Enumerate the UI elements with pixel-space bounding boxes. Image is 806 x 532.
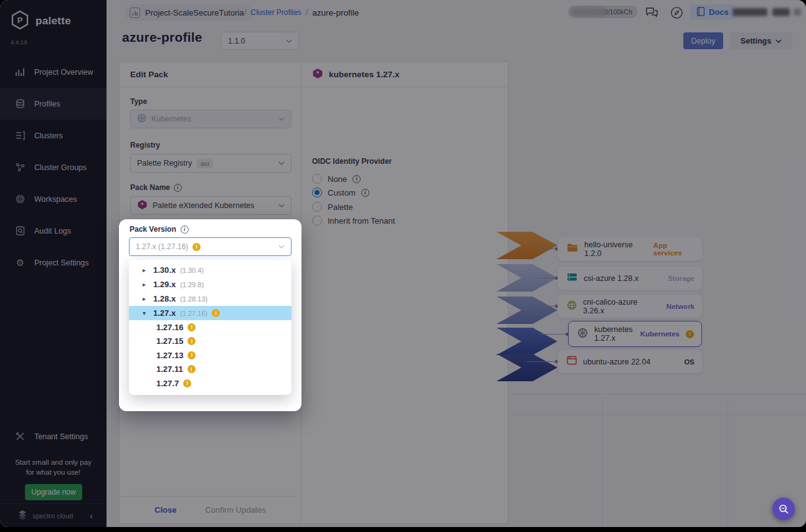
warning-icon: ! bbox=[187, 323, 196, 331]
version-sub: (1.27.16) bbox=[180, 310, 207, 317]
version-option-1-27-7[interactable]: 1.27.7 ! bbox=[129, 376, 292, 391]
version-option-1-27-16[interactable]: 1.27.16 ! bbox=[129, 320, 292, 335]
version-group-1-27-selected[interactable]: ▾ 1.27.x (1.27.16) ! bbox=[129, 306, 292, 320]
version-group-1-30[interactable]: ▸ 1.30.x (1.30.4) bbox=[129, 263, 292, 277]
app-window: P palette 4.4.19 Project Overview Profil… bbox=[0, 0, 806, 532]
version-label: 1.30.x bbox=[153, 265, 176, 275]
caret-down-icon: ▾ bbox=[143, 310, 149, 316]
version-label: 1.27.11 bbox=[156, 364, 183, 374]
caret-right-icon: ▸ bbox=[143, 295, 149, 302]
caret-right-icon: ▸ bbox=[143, 267, 149, 273]
pack-version-select[interactable]: 1.27.x (1.27.16) ! bbox=[129, 237, 292, 256]
caret-right-icon: ▸ bbox=[143, 281, 149, 288]
version-sub: (1.28.13) bbox=[180, 295, 207, 303]
version-group-1-29[interactable]: ▸ 1.29.x (1.29.8) bbox=[129, 277, 292, 292]
pack-version-label: Pack Version i bbox=[130, 225, 189, 234]
version-option-1-27-15[interactable]: 1.27.15 ! bbox=[129, 335, 292, 349]
pack-version-label-text: Pack Version bbox=[130, 225, 176, 234]
version-label: 1.27.13 bbox=[156, 351, 183, 360]
version-label: 1.27.7 bbox=[156, 379, 179, 388]
chevron-down-icon bbox=[278, 245, 285, 249]
version-label: 1.29.x bbox=[153, 280, 176, 289]
pack-version-dropdown: ▸ 1.30.x (1.30.4) ▸ 1.29.x (1.29.8) ▸ 1.… bbox=[129, 260, 292, 395]
magnifier-icon bbox=[779, 504, 789, 515]
version-label: 1.28.x bbox=[153, 294, 176, 303]
version-sub: (1.29.8) bbox=[180, 281, 204, 288]
version-option-1-27-13[interactable]: 1.27.13 ! bbox=[129, 348, 292, 363]
warning-icon: ! bbox=[187, 351, 196, 359]
zoom-search-fab[interactable] bbox=[772, 498, 795, 520]
version-label: 1.27.16 bbox=[156, 323, 183, 332]
warning-icon: ! bbox=[187, 337, 196, 345]
pack-version-modal: Pack Version i 1.27.x (1.27.16) ! ▸ 1.30… bbox=[119, 219, 301, 411]
version-label: 1.27.15 bbox=[156, 336, 183, 346]
pack-version-value: 1.27.x (1.27.16) bbox=[136, 242, 188, 251]
version-group-1-28[interactable]: ▸ 1.28.x (1.28.13) bbox=[129, 292, 292, 306]
info-icon[interactable]: i bbox=[181, 226, 189, 234]
version-option-1-27-11[interactable]: 1.27.11 ! bbox=[129, 363, 292, 377]
version-sub: (1.30.4) bbox=[180, 267, 204, 274]
warning-icon: ! bbox=[187, 365, 196, 373]
warning-icon: ! bbox=[183, 379, 191, 387]
version-label: 1.27.x bbox=[153, 308, 176, 318]
palette-app: P palette 4.4.19 Project Overview Profil… bbox=[0, 0, 806, 527]
warning-icon: ! bbox=[212, 309, 220, 317]
warning-icon: ! bbox=[192, 243, 201, 251]
